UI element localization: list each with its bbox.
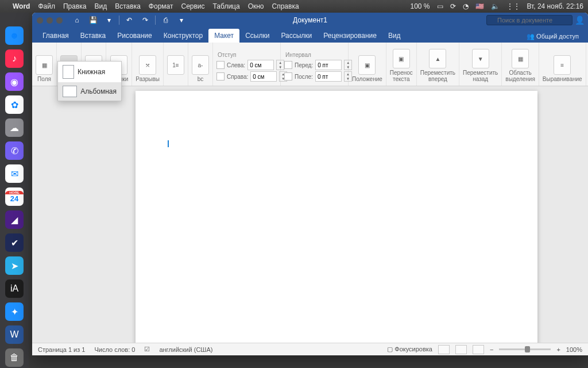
dock-podcasts[interactable]: ◉ [5, 72, 24, 91]
dock-calendar[interactable]: НОЯБ24 [5, 187, 24, 206]
titlebar: ⌂ 💾 ▾ ↶ ↷ ⎙ ▾ Документ1 👤 [32, 13, 588, 28]
wrap-text-button[interactable]: ▣ [393, 49, 410, 68]
spacing-before-icon [284, 61, 292, 69]
volume-icon[interactable]: 🔈 [491, 2, 500, 10]
menu-table[interactable]: Таблица [213, 2, 240, 10]
menu-window[interactable]: Окно [248, 2, 264, 10]
position-button[interactable]: ▣ [358, 55, 376, 75]
tab-ссылки[interactable]: Ссылки [239, 29, 275, 43]
orientation-dropdown: Книжная Альбомная [57, 61, 122, 101]
share-button[interactable]: 👥 Общий доступ [522, 30, 583, 43]
tab-макет[interactable]: Макет [208, 29, 239, 43]
landscape-icon [63, 86, 77, 97]
tab-вставка[interactable]: Вставка [75, 29, 112, 43]
text-cursor [168, 140, 169, 147]
dock-telegram[interactable]: ➤ [5, 256, 24, 275]
dock-things[interactable]: ✔ [5, 233, 24, 252]
menu-file[interactable]: Файл [38, 2, 55, 10]
battery-text: 100 % [410, 2, 430, 10]
caret-down-icon[interactable]: ▾ [103, 14, 115, 26]
search-input[interactable] [486, 15, 572, 25]
page-status[interactable]: Страница 1 из 1 [38, 346, 85, 353]
dock-cloud[interactable]: ☁ [5, 118, 24, 137]
selection-pane-button[interactable]: ▦ [512, 49, 529, 68]
orientation-portrait-item[interactable]: Книжная [58, 62, 121, 82]
flag-icon[interactable]: 🇺🇸 [475, 2, 484, 10]
view-print-button[interactable] [455, 345, 467, 354]
menu-view[interactable]: Вид [95, 2, 107, 10]
redo-icon[interactable]: ↷ [139, 14, 152, 26]
zoom-in-button[interactable]: + [556, 346, 560, 353]
app-name[interactable]: Word [13, 2, 30, 10]
menu-help[interactable]: Справка [272, 2, 299, 10]
clock-icon[interactable]: ◔ [463, 2, 469, 10]
zoom-out-button[interactable]: − [490, 346, 493, 353]
zoom-level[interactable]: 100% [566, 346, 582, 353]
align-button[interactable]: ≡ [554, 55, 571, 75]
spacing-before-input[interactable] [315, 60, 342, 70]
tab-вид[interactable]: Вид [382, 29, 407, 43]
spacing-after-icon [284, 72, 292, 80]
menu-tools[interactable]: Сервис [181, 2, 204, 10]
wrap-label: Перенос текста [390, 70, 413, 82]
dock-photos[interactable]: ✿ [5, 95, 24, 114]
spacing-title: Интервал [285, 52, 311, 58]
dock-affinity[interactable]: ◢ [5, 210, 24, 229]
dock-iawriter[interactable]: iA [5, 279, 24, 298]
ribbon-tabs: ГлавнаяВставкаРисованиеКонструкторМакетС… [32, 28, 588, 43]
indent-right-icon [216, 72, 225, 80]
focus-mode-button[interactable]: ▢ Фокусировка [387, 346, 432, 353]
menu-insert[interactable]: Вставка [115, 2, 141, 10]
menu-edit[interactable]: Правка [63, 2, 87, 10]
hyphenation-button[interactable]: a- [192, 55, 209, 75]
dock-viber[interactable]: ✆ [5, 141, 24, 160]
traffic-lights[interactable] [32, 17, 67, 24]
dock-mail[interactable]: ✉ [5, 164, 24, 183]
quick-access-toolbar: ⌂ 💾 ▾ ↶ ↷ ⎙ ▾ [67, 14, 191, 26]
dock: ☻♪◉✿☁✆✉НОЯБ24◢✔➤iA✦W🗑 [0, 13, 29, 368]
status-bar: Страница 1 из 1 Число слов: 0 ☑ английск… [32, 343, 588, 355]
save-icon[interactable]: 💾 [87, 14, 99, 26]
tab-конструктор[interactable]: Конструктор [158, 29, 208, 43]
orientation-landscape-item[interactable]: Альбомная [58, 82, 121, 101]
mac-menubar: Word Файл Правка Вид Вставка Формат Серв… [0, 0, 588, 13]
margins-button[interactable]: ▦ [36, 55, 53, 75]
indent-left-icon [216, 61, 225, 69]
home-icon[interactable]: ⌂ [71, 14, 83, 26]
bring-forward-button[interactable]: ▲ [429, 49, 446, 68]
datetime[interactable]: Вт, 24 нояб. 22:16 [527, 2, 584, 10]
dock-safari[interactable]: ✦ [5, 302, 24, 321]
view-read-button[interactable] [438, 345, 450, 354]
caret-down-icon-2[interactable]: ▾ [175, 14, 188, 26]
sync-icon[interactable]: ⟳ [450, 2, 456, 10]
battery-icon: ▭ [437, 2, 443, 10]
send-backward-button[interactable]: ▼ [472, 49, 489, 68]
indent-left-input[interactable] [247, 60, 274, 70]
dock-trash[interactable]: 🗑 [5, 348, 24, 367]
tab-рисование[interactable]: Рисование [111, 29, 157, 43]
tab-главная[interactable]: Главная [37, 29, 75, 43]
page[interactable] [136, 91, 537, 343]
line-numbers-button[interactable]: 1≡ [167, 55, 184, 75]
tab-рассылки[interactable]: Рассылки [275, 29, 318, 43]
word-count[interactable]: Число слов: 0 [94, 346, 135, 353]
spacing-after-input[interactable] [315, 71, 342, 82]
zoom-slider[interactable] [499, 348, 551, 350]
document-title: Документ1 [293, 16, 327, 24]
menu-format[interactable]: Формат [149, 2, 173, 10]
breaks-button[interactable]: ⤲ [139, 55, 156, 75]
dock-music[interactable]: ♪ [5, 49, 24, 68]
indent-right-input[interactable] [250, 71, 277, 82]
tab-рецензирование[interactable]: Рецензирование [318, 29, 382, 43]
user-icon[interactable]: 👤 [575, 16, 585, 25]
spellcheck-icon[interactable]: ☑ [144, 346, 150, 353]
undo-icon[interactable]: ↶ [123, 14, 136, 26]
print-icon[interactable]: ⎙ [159, 14, 172, 26]
indent-title: Отступ [218, 52, 236, 58]
dock-finder[interactable]: ☻ [5, 26, 24, 45]
language-status[interactable]: английский (США) [159, 346, 212, 353]
view-web-button[interactable] [473, 345, 484, 354]
dock-word[interactable]: W [5, 325, 24, 344]
document-canvas[interactable] [32, 86, 588, 343]
wifi-icon[interactable]: ⋮⋮ [506, 2, 520, 10]
